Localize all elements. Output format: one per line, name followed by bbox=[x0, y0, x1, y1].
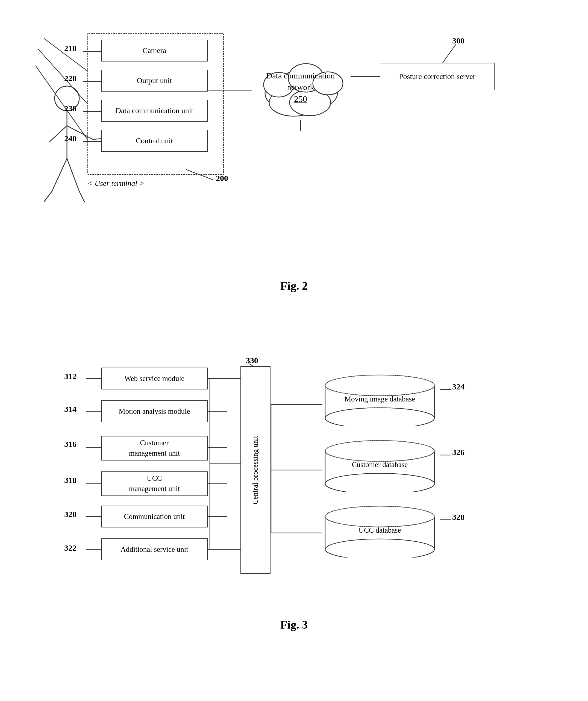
f3-web-service: Web service module bbox=[101, 368, 208, 390]
ref-330: 330 bbox=[246, 356, 258, 365]
cpu-label: Central processing unit bbox=[251, 436, 260, 504]
ref-318: 318 bbox=[64, 476, 76, 485]
module-control: Control unit bbox=[101, 130, 208, 152]
ref-200: 200 bbox=[216, 174, 228, 183]
server-box: Posture correction server bbox=[380, 63, 495, 90]
svg-line-7 bbox=[44, 191, 52, 202]
f3-ucc-mgmt: UCCmanagement unit bbox=[101, 471, 208, 496]
db-moving-image-label: Moving image database bbox=[322, 395, 437, 403]
svg-line-10 bbox=[38, 49, 87, 104]
ref-300: 300 bbox=[452, 36, 465, 45]
ref-210: 210 bbox=[64, 44, 76, 53]
svg-point-53 bbox=[325, 408, 434, 426]
ref-326: 326 bbox=[452, 448, 465, 457]
ref-328: 328 bbox=[452, 512, 465, 522]
module-camera: Camera bbox=[101, 40, 208, 61]
db-customer-label: Customer database bbox=[322, 461, 437, 469]
svg-point-61 bbox=[325, 539, 434, 557]
fig2-caption: Fig. 2 bbox=[280, 279, 308, 292]
f3-motion-analysis: Motion analysis module bbox=[101, 400, 208, 422]
fig3-diagram: 312 314 316 318 320 322 324 326 328 330 … bbox=[22, 336, 566, 637]
cloud-container: Data communication network 250 bbox=[251, 49, 350, 126]
user-terminal-label: < User terminal > bbox=[87, 179, 144, 188]
db-ucc-label: UCC database bbox=[322, 526, 437, 534]
ref-316: 316 bbox=[64, 439, 76, 449]
fig3-caption: Fig. 3 bbox=[280, 618, 308, 631]
ref-240: 240 bbox=[64, 134, 76, 143]
ref-322: 322 bbox=[64, 543, 76, 552]
f3-customer-mgmt: Customermanagement unit bbox=[101, 436, 208, 461]
cloud-label-line1: Data communication bbox=[266, 70, 335, 81]
ref-320: 320 bbox=[64, 510, 76, 519]
svg-line-8 bbox=[79, 191, 85, 202]
ref-230: 230 bbox=[64, 104, 76, 113]
page: 210 220 230 240 200 300 Camera Output un… bbox=[0, 0, 588, 701]
db-customer: Customer database bbox=[322, 437, 437, 493]
cpu-box: Central processing unit bbox=[241, 366, 271, 574]
module-datacomm: Data communication unit bbox=[101, 100, 208, 122]
svg-line-5 bbox=[52, 159, 67, 191]
db-moving-image: Moving image database bbox=[322, 372, 437, 427]
cloud-number: 250 bbox=[266, 93, 335, 105]
cloud-label-line2: network bbox=[266, 81, 335, 93]
svg-line-6 bbox=[67, 159, 79, 191]
svg-line-9 bbox=[44, 38, 87, 71]
ref-324: 324 bbox=[452, 382, 465, 391]
ref-314: 314 bbox=[64, 405, 76, 414]
cloud-text: Data communication network 250 bbox=[266, 70, 335, 105]
f3-additional-service: Additional service unit bbox=[101, 538, 208, 560]
svg-point-57 bbox=[325, 473, 434, 492]
ref-220: 220 bbox=[64, 74, 76, 83]
module-output: Output unit bbox=[101, 70, 208, 91]
fig2-diagram: 210 220 230 240 200 300 Camera Output un… bbox=[22, 16, 566, 303]
ref-312: 312 bbox=[64, 372, 76, 381]
svg-line-19 bbox=[443, 44, 456, 63]
svg-line-11 bbox=[35, 65, 87, 140]
f3-communication: Communication unit bbox=[101, 506, 208, 527]
db-ucc: UCC database bbox=[322, 503, 437, 558]
